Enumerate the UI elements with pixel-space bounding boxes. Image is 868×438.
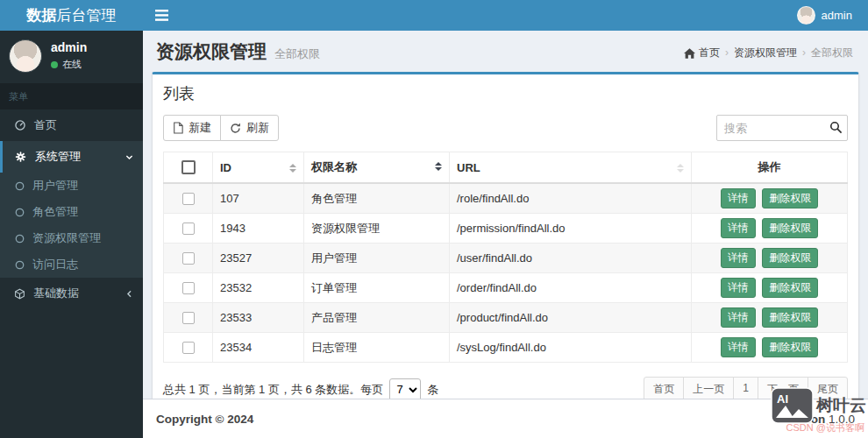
pagination-button[interactable]: 上一页 <box>683 377 734 399</box>
table-header: ID 权限名称 URL 操作 <box>164 152 848 184</box>
ai-image-icon: AI <box>771 387 814 424</box>
sidebar-item-label: 基础数据 <box>33 286 79 301</box>
circle-icon <box>15 234 25 244</box>
delete-permission-button[interactable]: 删除权限 <box>762 218 818 238</box>
table-row: 107 角色管理 /role/findAll.do 详情 删除权限 <box>164 183 848 214</box>
cell-permission-name: 产品管理 <box>304 303 450 333</box>
detail-button[interactable]: 详情 <box>721 278 756 298</box>
pagination-summary-unit: 条 <box>427 382 438 398</box>
column-header-id: ID <box>220 161 231 174</box>
table-footer: 总共 1 页，当前第 1 页，共 6 条数据。每页 7 条 首页上一页1下一页尾… <box>163 377 848 399</box>
refresh-button[interactable]: 刷新 <box>220 115 279 141</box>
table-body: 107 角色管理 /role/findAll.do 详情 删除权限 1943 资… <box>164 183 848 363</box>
refresh-icon <box>230 123 241 134</box>
delete-permission-button[interactable]: 删除权限 <box>762 188 818 208</box>
pagination-button[interactable]: 首页 <box>644 377 684 399</box>
cell-url: /role/findAll.do <box>450 183 692 214</box>
sidebar-user-panel: admin 在线 <box>0 31 143 83</box>
search-button[interactable] <box>829 121 843 134</box>
panel-title: 列表 <box>153 74 858 111</box>
navbar-user-name: admin <box>822 9 852 22</box>
sidebar-subitem-label: 访问日志 <box>32 257 78 272</box>
detail-button[interactable]: 详情 <box>721 337 756 357</box>
cell-permission-name: 用户管理 <box>304 244 450 273</box>
detail-button[interactable]: 详情 <box>721 307 756 328</box>
app-logo-bold: 数据 <box>27 5 57 25</box>
table-toolbar: 新建 刷新 <box>163 115 848 141</box>
per-page-select[interactable]: 7 <box>389 378 421 399</box>
permissions-table: ID 权限名称 URL 操作 <box>163 152 848 363</box>
row-checkbox[interactable] <box>182 193 195 205</box>
breadcrumb-item[interactable]: 资源权限管理 <box>720 46 797 60</box>
table-row: 23527 用户管理 /user/findAll.do 详情 删除权限 <box>164 244 848 273</box>
cell-url: /product/findAll.do <box>450 303 692 333</box>
cell-id: 23534 <box>213 333 304 363</box>
gears-icon <box>14 151 27 163</box>
select-all-checkbox[interactable] <box>181 160 196 174</box>
circle-icon <box>15 208 25 217</box>
breadcrumb-item[interactable]: 全部权限 <box>797 46 853 60</box>
new-button-label: 新建 <box>189 120 211 136</box>
pagination-summary: 总共 1 页，当前第 1 页，共 6 条数据。每页 7 条 <box>163 378 438 399</box>
sidebar-subitem[interactable]: 访问日志 <box>0 251 143 278</box>
row-checkbox[interactable] <box>182 282 195 294</box>
breadcrumb-home[interactable]: 首页 <box>684 46 720 60</box>
detail-button[interactable]: 详情 <box>721 248 756 268</box>
detail-button[interactable]: 详情 <box>721 218 756 238</box>
cell-url: /sysLog/findAll.do <box>450 333 692 363</box>
cell-actions: 详情 删除权限 <box>692 333 848 363</box>
delete-permission-button[interactable]: 删除权限 <box>762 337 818 357</box>
sort-icon[interactable] <box>677 164 684 173</box>
detail-button[interactable]: 详情 <box>721 188 756 208</box>
navbar-user-menu[interactable]: admin <box>793 0 856 31</box>
svg-text:AI: AI <box>777 392 788 406</box>
top-navbar: 数据后台管理 admin <box>0 0 868 31</box>
cell-actions: 详情 删除权限 <box>692 214 848 244</box>
search-input[interactable] <box>716 115 848 141</box>
sidebar-section-label: 菜单 <box>0 83 143 110</box>
sidebar-item-system[interactable]: 系统管理 <box>0 141 143 173</box>
sidebar-user-name: admin <box>51 41 87 54</box>
sidebar-submenu-system: 用户管理 角色管理 资源权限管理 访问日志 <box>0 173 143 278</box>
sidebar-item-label: 首页 <box>34 117 57 133</box>
sidebar: admin 在线 菜单 首页 系统管理 <box>0 31 143 438</box>
sidebar-toggle-button[interactable] <box>143 0 180 31</box>
delete-permission-button[interactable]: 删除权限 <box>762 278 818 298</box>
row-checkbox[interactable] <box>182 223 195 235</box>
app-logo[interactable]: 数据后台管理 <box>0 0 143 31</box>
delete-permission-button[interactable]: 删除权限 <box>762 248 818 268</box>
panel-body: 新建 刷新 <box>153 111 858 399</box>
pagination-button[interactable]: 1 <box>733 377 758 399</box>
cell-permission-name: 角色管理 <box>304 183 450 214</box>
new-file-icon <box>173 122 183 134</box>
table-row: 23533 产品管理 /product/findAll.do 详情 删除权限 <box>164 303 848 333</box>
search-icon <box>829 121 843 134</box>
sidebar-subitem[interactable]: 资源权限管理 <box>0 225 143 251</box>
row-checkbox[interactable] <box>182 342 195 354</box>
sidebar-subitem[interactable]: 用户管理 <box>0 173 143 199</box>
cell-id: 107 <box>213 183 304 214</box>
breadcrumb-home-label: 首页 <box>699 46 720 60</box>
online-status-label: 在线 <box>62 58 82 71</box>
sidebar-subitem[interactable]: 角色管理 <box>0 199 143 225</box>
delete-permission-button[interactable]: 删除权限 <box>762 307 818 328</box>
content-area: 资源权限管理 全部权限 首页 资源权限管理全部权限 列表 新建 <box>143 31 868 399</box>
table-row: 23532 订单管理 /order/findAll.do 详情 删除权限 <box>164 273 848 303</box>
sort-icon[interactable] <box>435 162 442 171</box>
page-subtitle: 全部权限 <box>274 46 320 62</box>
app-logo-rest: 后台管理 <box>57 5 117 25</box>
sort-icon[interactable] <box>289 164 296 173</box>
sidebar-item-home[interactable]: 首页 <box>0 110 143 141</box>
circle-icon <box>15 260 25 270</box>
cell-actions: 详情 删除权限 <box>692 303 848 333</box>
home-icon <box>684 48 695 59</box>
row-checkbox[interactable] <box>182 312 195 324</box>
new-button[interactable]: 新建 <box>163 115 221 141</box>
cell-id: 23533 <box>213 303 304 333</box>
cube-icon <box>14 288 25 300</box>
list-panel: 列表 新建 刷新 <box>152 72 859 399</box>
watermark: AI 树叶云 CSDN @说书客啊 <box>771 387 866 434</box>
row-checkbox[interactable] <box>182 252 195 265</box>
sidebar-item-basedata[interactable]: 基础数据 <box>0 278 143 309</box>
page-title-text: 资源权限管理 <box>156 39 267 64</box>
